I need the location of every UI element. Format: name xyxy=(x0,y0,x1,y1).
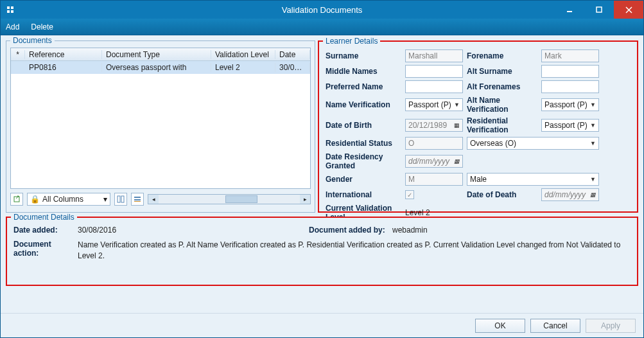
chevron-down-icon: ▼ xyxy=(590,176,596,182)
view-mode-2-button[interactable] xyxy=(131,193,144,206)
col-document-type[interactable]: Document Type xyxy=(102,50,211,59)
horizontal-scrollbar[interactable]: ◂ ▸ xyxy=(148,194,311,204)
label-middle-names: Middle Names xyxy=(326,67,401,76)
label-document-action: Document action: xyxy=(13,240,78,262)
svg-rect-2 xyxy=(7,10,10,13)
dob-field[interactable]: 20/12/1989▦ xyxy=(405,119,463,132)
col-reference[interactable]: Reference xyxy=(25,50,102,59)
apply-button[interactable]: Apply xyxy=(586,319,636,333)
view-mode-1-button[interactable] xyxy=(114,193,127,206)
date-of-death-field[interactable]: dd/mm/yyyy▦ xyxy=(541,188,599,201)
chevron-down-icon: ▼ xyxy=(590,122,596,129)
cell-reference: PP0816 xyxy=(25,63,102,72)
col-selector[interactable]: * xyxy=(11,50,25,59)
label-gender: Gender xyxy=(326,175,401,184)
documents-legend: Documents xyxy=(10,36,55,45)
gender-dropdown[interactable]: Male▼ xyxy=(467,173,599,186)
table-row[interactable]: PP0816 Overseas passport with Level 2 30… xyxy=(11,61,310,74)
columns-filter-dropdown[interactable]: 🔒 All Columns ▾ xyxy=(27,193,110,206)
label-preferred-name: Preferred Name xyxy=(326,82,401,91)
residential-verification-dropdown[interactable]: Passport (P)▼ xyxy=(541,119,599,132)
alt-surname-field[interactable] xyxy=(541,65,599,78)
system-menu-icon[interactable] xyxy=(4,4,16,15)
label-added-by: Document added by: xyxy=(309,226,392,235)
svg-rect-0 xyxy=(7,6,10,9)
current-validation-level-value: Level 2 xyxy=(405,208,599,217)
svg-rect-10 xyxy=(121,196,124,202)
cancel-button[interactable]: Cancel xyxy=(530,319,580,333)
preferred-name-field[interactable] xyxy=(405,80,463,93)
close-button[interactable] xyxy=(614,1,643,19)
maximize-button[interactable] xyxy=(584,1,614,19)
document-details-legend: Document Details xyxy=(11,213,77,222)
svg-rect-3 xyxy=(11,10,13,13)
col-validation-level[interactable]: Validation Level xyxy=(211,50,275,59)
chevron-down-icon: ▼ xyxy=(590,102,596,108)
scroll-thumb[interactable] xyxy=(225,195,257,203)
menu-delete[interactable]: Delete xyxy=(31,22,53,31)
name-verification-dropdown[interactable]: Passport (P)▼ xyxy=(405,98,463,111)
lock-icon: 🔒 xyxy=(30,195,40,204)
international-checkbox[interactable]: ✓ xyxy=(405,190,414,199)
middle-names-field[interactable] xyxy=(405,65,463,78)
gender-code-field[interactable]: M xyxy=(405,173,463,186)
svg-rect-9 xyxy=(117,196,120,202)
scroll-right-arrow[interactable]: ▸ xyxy=(300,195,310,204)
residency-granted-field[interactable]: dd/mm/yyyy▦ xyxy=(405,155,463,168)
validation-documents-window: Validation Documents Add Delete Document… xyxy=(0,0,644,338)
title-bar: Validation Documents xyxy=(1,1,643,19)
label-forename: Forename xyxy=(467,51,537,60)
svg-rect-1 xyxy=(11,6,13,9)
value-added-by: webadmin xyxy=(392,226,631,235)
label-international: International xyxy=(326,190,401,199)
calendar-icon: ▦ xyxy=(590,191,596,198)
documents-group: Documents * Reference Document Type Vali… xyxy=(6,40,315,213)
learner-legend: Learner Details xyxy=(323,37,380,46)
residential-status-dropdown[interactable]: Overseas (O)▼ xyxy=(467,137,599,150)
documents-table[interactable]: * Reference Document Type Validation Lev… xyxy=(10,48,311,189)
export-icon xyxy=(13,195,21,203)
col-date[interactable]: Date xyxy=(275,50,310,59)
label-alt-forenames: Alt Forenames xyxy=(467,82,537,91)
label-surname: Surname xyxy=(326,51,401,60)
chevron-down-icon: ▼ xyxy=(454,102,460,108)
value-date-added: 30/08/2016 xyxy=(78,226,309,235)
minimize-button[interactable] xyxy=(555,1,584,19)
svg-rect-12 xyxy=(134,199,141,200)
columns-filter-label: All Columns xyxy=(42,195,101,204)
dialog-footer: OK Cancel Apply xyxy=(1,313,643,337)
chevron-down-icon: ▾ xyxy=(103,195,107,204)
label-date-of-death: Date of Death xyxy=(467,190,537,199)
international-checkbox-cell: ✓ xyxy=(405,190,463,200)
chevron-down-icon: ▼ xyxy=(590,140,596,147)
window-buttons xyxy=(555,1,643,19)
menu-bar: Add Delete xyxy=(1,19,643,35)
alt-forenames-field[interactable] xyxy=(541,80,599,93)
label-dob: Date of Birth xyxy=(326,121,401,130)
surname-field[interactable]: Marshall xyxy=(405,49,463,62)
menu-add[interactable]: Add xyxy=(6,22,19,31)
export-button[interactable] xyxy=(10,193,23,206)
document-details-group: Document Details Date added: 30/08/2016 … xyxy=(6,217,638,286)
grid-icon xyxy=(117,195,125,203)
label-residency-granted: Date Residency Granted xyxy=(326,152,401,170)
label-date-added: Date added: xyxy=(13,226,78,235)
calendar-icon: ▦ xyxy=(454,158,460,165)
learner-details-group: Learner Details Surname Marshall Forenam… xyxy=(318,40,638,213)
alt-name-verification-dropdown[interactable]: Passport (P)▼ xyxy=(541,98,599,111)
svg-rect-5 xyxy=(596,7,602,12)
residential-status-code-field[interactable]: O xyxy=(405,137,463,150)
svg-rect-8 xyxy=(14,197,19,202)
svg-rect-11 xyxy=(134,197,141,198)
svg-rect-4 xyxy=(567,11,572,12)
content-area: Documents * Reference Document Type Vali… xyxy=(1,35,643,313)
value-document-action: Name Verification created as P. Alt Name… xyxy=(78,240,631,262)
cell-validation-level: Level 2 xyxy=(211,63,275,72)
documents-toolbar: 🔒 All Columns ▾ ◂ ▸ xyxy=(10,193,311,206)
scroll-left-arrow[interactable]: ◂ xyxy=(148,195,159,204)
ok-button[interactable]: OK xyxy=(475,319,525,333)
calendar-icon: ▦ xyxy=(454,122,460,129)
label-residential-status: Residential Status xyxy=(326,139,401,148)
svg-rect-13 xyxy=(134,201,141,202)
forename-field[interactable]: Mark xyxy=(541,49,599,62)
